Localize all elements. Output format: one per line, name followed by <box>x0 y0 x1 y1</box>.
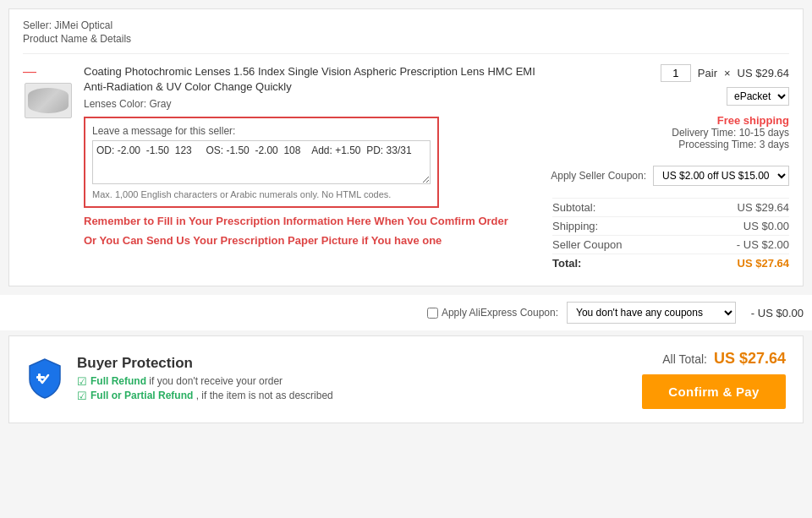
delivery-time-row: Delivery Time: 10-15 days <box>672 127 789 139</box>
subtotal-label: Subtotal: <box>552 201 595 214</box>
total-label: Total: <box>552 257 581 270</box>
aliexpress-coupon-row: Apply AliExpress Coupon: You don't have … <box>0 295 812 330</box>
shipping-method-select[interactable]: ePacket <box>727 87 789 106</box>
seller-label: Seller: <box>23 19 52 31</box>
product-image-area: — <box>23 64 74 118</box>
subtotal-row: Subtotal: US $29.64 <box>552 198 789 216</box>
shipping-method-row: ePacket <box>727 87 789 106</box>
buyer-protection-text: Buyer Protection ☑ Full Refund if you do… <box>77 355 603 404</box>
processing-label: Processing Time: <box>678 139 756 150</box>
coupon-label: Apply Seller Coupon: <box>551 170 646 182</box>
message-textarea[interactable]: OD: -2.00 -1.50 123 OS: -1.50 -2.00 108 … <box>92 140 431 184</box>
aliexpress-coupon-discount: - US $0.00 <box>744 307 804 319</box>
aliexpress-coupon-select[interactable]: You don't have any coupons <box>567 302 736 324</box>
seller-coupon-discount-value: - US $2.00 <box>737 238 789 251</box>
reminder-text: Remember to Fill in Your Prescription In… <box>84 215 540 227</box>
seller-info: Seller: JiMei Optical <box>23 19 789 31</box>
seller-name: JiMei Optical <box>54 19 112 31</box>
total-confirm-area: All Total: US $27.64 Confirm & Pay <box>617 350 786 409</box>
checkmark-icon-1: ☑ <box>77 375 87 388</box>
partial-refund-label: Full or Partial Refund <box>91 390 193 401</box>
all-total-row: All Total: US $27.64 <box>662 350 786 368</box>
free-shipping-label: Free shipping <box>672 114 789 127</box>
color-value: Gray <box>149 98 171 110</box>
bottom-bar: Buyer Protection ☑ Full Refund if you do… <box>8 335 804 423</box>
multiply-sign: × <box>724 67 731 79</box>
total-value: US $27.64 <box>738 257 789 270</box>
buyer-protection-shield-icon <box>26 357 63 401</box>
pricing-table: Subtotal: US $29.64 Shipping: US $0.00 S… <box>552 198 789 272</box>
full-refund-item: ☑ Full Refund if you don't receive your … <box>77 375 603 388</box>
color-label: Lenses Color: <box>84 98 146 110</box>
product-image <box>25 83 72 118</box>
all-total-label: All Total: <box>662 352 707 366</box>
message-hint: Max. 1,000 English characters or Arabic … <box>92 189 431 199</box>
product-row: — Coating Photochromic Lenses 1.56 Index… <box>23 53 789 272</box>
delivery-value: 10-15 days <box>739 127 789 139</box>
page-wrapper: Seller: JiMei Optical Product Name & Det… <box>0 8 812 518</box>
product-details: Coating Photochromic Lenses 1.56 Index S… <box>84 64 540 247</box>
right-col: Pair × US $29.64 ePacket Free shipping D… <box>551 64 789 272</box>
quantity-input[interactable] <box>661 64 691 82</box>
seller-coupon-row: Apply Seller Coupon: US $2.00 off US $15… <box>551 166 789 186</box>
seller-coupon-select[interactable]: US $2.00 off US $15.00 <box>653 166 789 186</box>
seller-coupon-discount-row: Seller Coupon - US $2.00 <box>552 235 789 254</box>
main-card: Seller: JiMei Optical Product Name & Det… <box>8 8 804 286</box>
message-label: Leave a message for this seller: <box>92 125 431 137</box>
processing-value: 3 days <box>760 139 789 150</box>
qty-price-row: Pair × US $29.64 <box>661 64 789 82</box>
shipping-cost-label: Shipping: <box>552 220 598 232</box>
product-price: US $29.64 <box>738 67 789 79</box>
full-refund-label: Full Refund <box>91 375 146 387</box>
full-refund-suffix: if you don't receive your order <box>149 375 283 387</box>
product-color: Lenses Color: Gray <box>84 98 540 110</box>
message-box: Leave a message for this seller: OD: -2.… <box>84 117 439 208</box>
shipping-cost-value: US $0.00 <box>743 220 789 232</box>
total-row: Total: US $27.64 <box>552 254 789 272</box>
checkmark-icon-2: ☑ <box>77 390 87 402</box>
all-total-value: US $27.64 <box>714 350 786 368</box>
processing-time-row: Processing Time: 3 days <box>672 139 789 150</box>
or-text: Or You Can Send Us Your Prescription Pap… <box>84 234 540 247</box>
shipping-area: Free shipping Delivery Time: 10-15 days … <box>672 114 789 150</box>
seller-coupon-discount-label: Seller Coupon <box>552 238 622 251</box>
aliexpress-coupon-checkbox-area: Apply AliExpress Coupon: <box>427 307 558 319</box>
shipping-row: Shipping: US $0.00 <box>552 216 789 235</box>
unit-text: Pair <box>698 67 717 79</box>
delivery-label: Delivery Time: <box>672 127 736 139</box>
confirm-pay-button[interactable]: Confirm & Pay <box>642 374 786 409</box>
product-header: Product Name & Details <box>23 33 789 45</box>
partial-refund-item: ☑ Full or Partial Refund , if the item i… <box>77 390 603 402</box>
buyer-protection-title: Buyer Protection <box>77 355 603 372</box>
subtotal-value: US $29.64 <box>738 201 789 214</box>
product-name: Coating Photochromic Lenses 1.56 Index S… <box>84 64 540 95</box>
aliexpress-coupon-checkbox[interactable] <box>427 308 438 319</box>
red-dash-icon: — <box>23 64 36 79</box>
aliexpress-coupon-label: Apply AliExpress Coupon: <box>442 307 558 319</box>
partial-refund-suffix: , if the item is not as described <box>196 390 333 401</box>
